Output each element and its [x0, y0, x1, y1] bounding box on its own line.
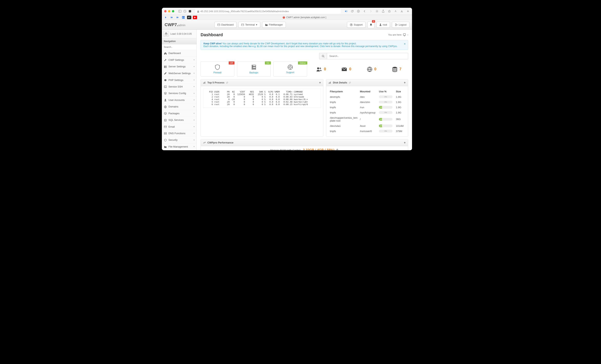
- sidebar-item-security[interactable]: Security▾: [162, 137, 197, 143]
- svg-rect-45: [205, 82, 205, 84]
- svg-rect-27: [164, 126, 167, 128]
- svg-text:文A: 文A: [182, 17, 185, 19]
- support-button[interactable]: ? Support: [347, 22, 366, 28]
- sidebar-item-label: Dashboard: [169, 52, 181, 55]
- svg-point-6: [377, 11, 378, 12]
- back-icon[interactable]: [363, 10, 366, 13]
- sidebar-item-webserver-settings[interactable]: WebServer Settings▾: [162, 70, 197, 77]
- titlebar: 45.252.249.103:2031/cwp_850ca6c78231ae80…: [162, 8, 412, 15]
- user-button[interactable]: root: [376, 22, 390, 28]
- sidebar-item-label: File Management: [169, 145, 188, 148]
- statbox-backups[interactable]: OnBackups: [237, 61, 271, 76]
- sidebar-item-cwp-settings[interactable]: CWP Settings▾: [162, 57, 197, 63]
- svg-rect-44: [204, 82, 204, 84]
- sidebar-item-services-config[interactable]: Services Config▾: [162, 90, 197, 97]
- sidebar-item-php-settings[interactable]: PHP Settings▾: [162, 77, 197, 83]
- url-bar[interactable]: 45.252.249.103:2031/cwp_850ca6c78231ae80…: [195, 9, 341, 13]
- count-value: 0: [324, 67, 326, 71]
- count-database[interactable]: 7: [386, 61, 408, 76]
- disk-row: tmpfs/run/user/00%379M: [329, 129, 405, 134]
- font-large-icon[interactable]: A: [400, 10, 403, 13]
- sidebar-item-server-settings[interactable]: Server Settings▾: [162, 63, 197, 70]
- sidebar-item-dns-functions[interactable]: DNS Functions▾: [162, 130, 197, 137]
- logout-button[interactable]: Logout: [392, 22, 409, 28]
- donate-link[interactable]: Click here to donate.: [320, 45, 341, 48]
- statbox-support[interactable]: OnlineSupport: [273, 61, 307, 76]
- link-icon[interactable]: [226, 81, 228, 84]
- bookmark-item-youtube[interactable]: ▶: [193, 16, 197, 19]
- font-small-icon[interactable]: A: [394, 10, 397, 13]
- bookmark-item-1[interactable]: [163, 15, 169, 20]
- app-header: CWP7.admin Dashboard Terminal ▾ FileMana…: [162, 20, 412, 30]
- forward-icon[interactable]: [369, 10, 372, 13]
- main-search-input[interactable]: [327, 53, 408, 59]
- chevron-down-icon: ▾: [194, 86, 195, 88]
- shield-icon: [164, 138, 167, 142]
- bookmark-item-2[interactable]: [169, 15, 175, 20]
- svg-text:?: ?: [351, 24, 352, 26]
- disk-row: tmpfs/run1%1.9G: [329, 105, 405, 110]
- trash-icon[interactable]: [336, 148, 339, 150]
- bookmark-icon[interactable]: [388, 10, 391, 13]
- panel-expand-icon[interactable]: +: [404, 81, 406, 84]
- svg-rect-30: [403, 34, 406, 35]
- sidebar-item-user-accounts[interactable]: User Accounts▾: [162, 97, 197, 103]
- panel-expand-icon[interactable]: +: [319, 81, 321, 84]
- cog-icon: [164, 78, 167, 81]
- svg-rect-10: [218, 24, 220, 26]
- disk-row: /dev/sda1/boot20%1014M: [329, 123, 405, 128]
- sidebar-item-file-management[interactable]: File Management▾: [162, 143, 197, 150]
- close-window-button[interactable]: [164, 10, 167, 12]
- server-icon: [164, 65, 167, 68]
- history-icon[interactable]: [183, 10, 187, 13]
- search-button[interactable]: [319, 53, 327, 59]
- download-icon[interactable]: [357, 10, 360, 13]
- svg-rect-0: [179, 10, 181, 12]
- nav-terminal-button[interactable]: Terminal ▾: [238, 22, 260, 28]
- sidebar-item-label: Domains: [169, 105, 178, 108]
- sidebar-item-service-ssh[interactable]: Service SSH▾: [162, 83, 197, 90]
- minimize-window-button[interactable]: [168, 10, 170, 12]
- count-globe[interactable]: 0: [360, 61, 383, 76]
- sidebar-toggle-icon[interactable]: [178, 10, 182, 13]
- reload-icon[interactable]: [351, 10, 354, 13]
- sidebar-item-email[interactable]: Email▾: [162, 123, 197, 130]
- panel-expand-icon[interactable]: +: [404, 141, 406, 144]
- url-text: 45.252.249.103:2031/cwp_850ca6c78231ae80…: [200, 10, 289, 13]
- nav-search-input[interactable]: [162, 44, 197, 50]
- nav-filemanager-button[interactable]: FileManager: [262, 22, 286, 28]
- audio-icon[interactable]: [344, 10, 348, 13]
- sidebar-item-packages[interactable]: Packages▾: [162, 110, 197, 117]
- sidebar-item-dashboard[interactable]: Dashboard: [162, 50, 197, 57]
- sidebar-item-domains[interactable]: Domains▾: [162, 103, 197, 110]
- bookmark-item-4[interactable]: 文A: [180, 15, 186, 20]
- svg-rect-23: [164, 86, 167, 88]
- new-tab-icon[interactable]: [406, 10, 410, 13]
- share-icon[interactable]: [381, 10, 385, 13]
- extensions-icon[interactable]: [188, 10, 192, 13]
- svg-rect-34: [252, 69, 256, 70]
- sidebar-item-sql-services[interactable]: SQL Services▾: [162, 117, 197, 123]
- count-mail[interactable]: 0: [335, 61, 358, 76]
- disk-row: devtmpfs/dev0%1.9G: [329, 94, 405, 99]
- statbox-firewall[interactable]: OffFirewall: [200, 61, 234, 76]
- count-value: 0: [349, 67, 351, 71]
- notifications-button[interactable]: 4: [368, 21, 374, 28]
- count-users[interactable]: 0: [310, 61, 332, 76]
- nav-dashboard-button[interactable]: Dashboard: [215, 22, 237, 28]
- svg-rect-28: [164, 132, 167, 133]
- breadcrumb: You are here: ›: [388, 33, 408, 36]
- alert-close-icon[interactable]: ×: [404, 42, 406, 46]
- globe-icon: [164, 105, 167, 108]
- chevron-down-icon: ▾: [194, 92, 195, 94]
- maximize-window-button[interactable]: [172, 10, 174, 12]
- bookmark-item-3[interactable]: [175, 15, 180, 20]
- bookmark-item-bt[interactable]: BT: [187, 16, 191, 19]
- panel-title: Top 5 Process: [207, 81, 224, 84]
- svg-point-17: [165, 33, 167, 33]
- chevron-down-icon: ▾: [194, 119, 195, 121]
- svg-point-42: [393, 67, 397, 68]
- link-icon[interactable]: [349, 81, 351, 84]
- sidebar-item-label: Service SSH: [169, 85, 183, 88]
- settings-icon[interactable]: [375, 10, 379, 13]
